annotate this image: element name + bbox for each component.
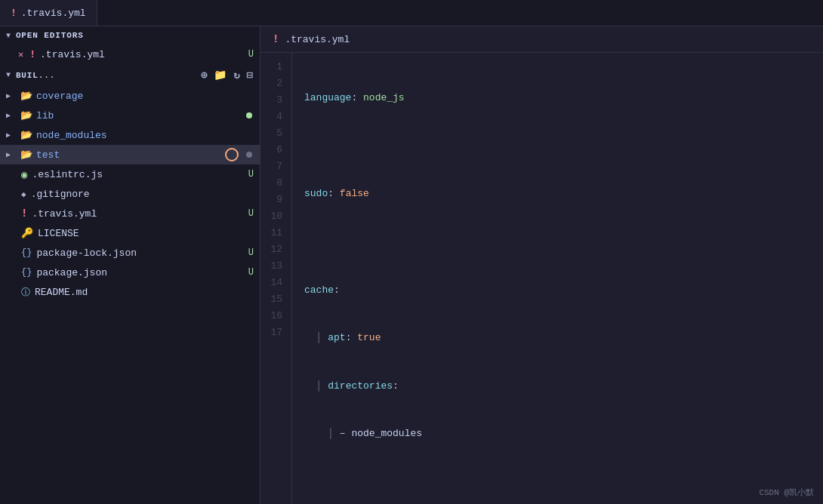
json-icon: {} — [21, 247, 32, 258]
folder-coverage[interactable]: ▶ 📂 coverage — [0, 86, 260, 106]
open-editors-chevron[interactable]: ▼ — [6, 32, 11, 40]
code-line-7: │ directories: — [304, 378, 811, 395]
explorer-header-left: ▼ BUIL... — [6, 71, 55, 80]
folder-icon: 📂 — [20, 109, 32, 121]
file-package-json[interactable]: {} package.json U — [0, 263, 260, 282]
file-name: package-lock.json — [36, 247, 243, 259]
folder-chevron: ▶ — [6, 91, 17, 100]
eslint-icon: ◉ — [21, 168, 27, 181]
file-name: README.md — [35, 287, 254, 298]
code-line-2 — [304, 138, 811, 155]
tab-yaml-icon: ! — [11, 8, 17, 19]
main-layout: ▼ OPEN EDITORS ✕ ! .travis.yml U ▼ BUIL.… — [0, 26, 823, 504]
open-editor-filename: .travis.yml — [40, 49, 244, 60]
code-line-4 — [304, 234, 811, 250]
file-readme[interactable]: ⓘ README.md — [0, 282, 260, 302]
folder-chevron: ▶ — [6, 111, 17, 120]
git-icon: ◆ — [21, 189, 26, 199]
readme-icon: ⓘ — [21, 286, 30, 299]
editor-header: ! .travis.yml — [260, 26, 823, 53]
folder-test[interactable]: ▶ 📂 test — [0, 145, 260, 164]
line-numbers: 1 2 3 4 5 6 7 8 9 10 11 12 13 14 15 16 1… — [260, 53, 292, 504]
file-name: .eslintrc.js — [32, 169, 243, 180]
folder-icon: 📂 — [20, 90, 32, 102]
file-name: .travis.yml — [32, 208, 243, 220]
file-badge: U — [248, 247, 254, 258]
travis-yaml-icon: ! — [29, 49, 35, 60]
folder-chevron: ▶ — [6, 150, 17, 159]
tab-filename: .travis.yml — [21, 8, 86, 19]
open-editors-header: ▼ OPEN EDITORS — [0, 26, 260, 45]
modified-dot — [246, 152, 252, 158]
file-package-lock[interactable]: {} package-lock.json U — [0, 243, 260, 263]
code-line-5: cache: — [304, 282, 811, 299]
open-editor-item-travis[interactable]: ✕ ! .travis.yml U — [0, 45, 260, 64]
editor-filename: .travis.yml — [285, 34, 350, 45]
folder-name: test — [36, 149, 60, 161]
sidebar: ▼ OPEN EDITORS ✕ ! .travis.yml U ▼ BUIL.… — [0, 26, 260, 504]
file-badge: U — [248, 169, 254, 180]
folder-lib[interactable]: ▶ 📂 lib — [0, 106, 260, 125]
modified-dot — [246, 112, 252, 118]
editor-content[interactable]: 1 2 3 4 5 6 7 8 9 10 11 12 13 14 15 16 1… — [260, 53, 823, 504]
code-line-1: language: node_js — [304, 91, 811, 107]
refresh-icon[interactable]: ↻ — [233, 69, 240, 81]
code-area[interactable]: language: node_js sudo: false cache: │ a… — [292, 53, 823, 504]
code-line-8: │ – node_modules — [304, 426, 811, 443]
folder-name: node_modules — [36, 130, 107, 141]
explorer-header: ▼ BUIL... ⊕ 📁 ↻ ⊟ — [0, 64, 260, 86]
tab-travis[interactable]: ! .travis.yml — [0, 0, 97, 26]
json-icon: {} — [21, 267, 32, 278]
watermark: CSDN @凯小默 — [759, 487, 814, 498]
file-name: LICENSE — [38, 228, 254, 239]
collapse-icon[interactable]: ⊟ — [247, 69, 254, 81]
new-folder-icon[interactable]: 📁 — [214, 69, 227, 81]
folder-name: coverage — [36, 91, 83, 102]
code-line-9 — [304, 474, 811, 490]
file-gitignore[interactable]: ◆ .gitignore — [0, 184, 260, 204]
folder-chevron: ▶ — [6, 131, 17, 140]
folder-icon: 📂 — [20, 129, 32, 141]
code-line-6: │ apt: true — [304, 330, 811, 347]
close-editor-button[interactable]: ✕ — [18, 49, 23, 60]
license-icon: 🔑 — [21, 227, 33, 239]
tab-bar: ! .travis.yml — [0, 0, 823, 26]
editor-yaml-icon: ! — [273, 33, 279, 45]
code-line-3: sudo: false — [304, 186, 811, 203]
file-badge: U — [248, 267, 254, 278]
explorer-chevron[interactable]: ▼ — [6, 71, 11, 79]
folder-icon: 📂 — [20, 149, 32, 161]
file-license[interactable]: 🔑 LICENSE — [0, 223, 260, 243]
yaml-icon: ! — [21, 207, 27, 220]
cursor-ring — [225, 148, 239, 161]
explorer-label: BUIL... — [16, 71, 55, 80]
folder-name: lib — [36, 110, 54, 121]
open-editor-badge: U — [248, 49, 254, 60]
new-file-icon[interactable]: ⊕ — [201, 69, 208, 81]
file-name: .gitignore — [31, 189, 254, 200]
file-badge: U — [248, 208, 254, 219]
file-name: package.json — [36, 267, 243, 278]
file-eslintrc[interactable]: ◉ .eslintrc.js U — [0, 164, 260, 184]
open-editors-label: OPEN EDITORS — [16, 31, 84, 40]
editor-area: ! .travis.yml 1 2 3 4 5 6 7 8 9 10 11 12… — [260, 26, 823, 504]
folder-node-modules[interactable]: ▶ 📂 node_modules — [0, 125, 260, 145]
explorer-toolbar: ⊕ 📁 ↻ ⊟ — [201, 69, 254, 81]
file-travis[interactable]: ! .travis.yml U — [0, 204, 260, 223]
